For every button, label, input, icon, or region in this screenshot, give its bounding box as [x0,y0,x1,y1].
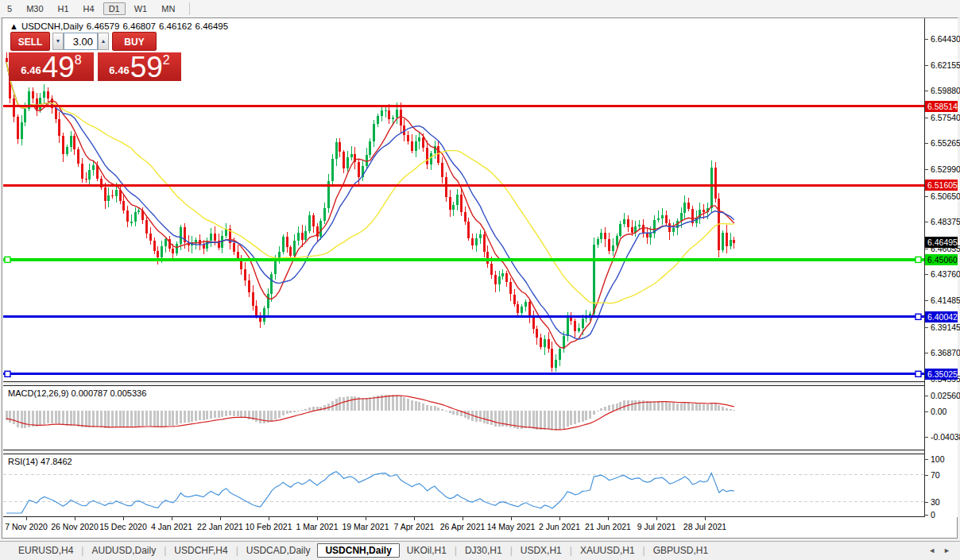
ohlc-low: 6.46162 [159,21,192,31]
date-tick-mark [656,517,657,520]
hline-6.51605[interactable] [3,184,924,187]
volume-input[interactable] [64,33,98,50]
date-label: 26 Apr 2021 [440,522,486,531]
price-tick-mark [925,274,928,275]
tab-scroll-right-icon[interactable]: ► [943,546,950,554]
price-tick-mark [925,249,928,249]
price-tick-label: 6.50650 [931,191,960,201]
tab-scroll-arrows: ◄► [920,546,950,554]
price-tick-label: 6.59880 [931,86,960,95]
ohlc-open: 6.46579 [87,21,120,31]
sell-price-display[interactable]: 6.46 49 8 [9,52,94,81]
hline-handle-left[interactable] [5,371,10,377]
date-label: 19 Mar 2021 [343,522,389,531]
date-label: 15 Dec 2020 [99,522,147,531]
date-label: 10 Feb 2021 [246,522,292,531]
pane-splitter-2[interactable] [3,450,957,454]
buy-price-display[interactable]: 6.46 59 2 [98,52,181,81]
date-axis[interactable]: 7 Nov 202026 Nov 202015 Dec 20204 Jan 20… [3,517,957,536]
price-badge-support-1: 6.45060 [925,254,958,265]
date-label: 2 Jun 2021 [539,522,580,531]
timeframe-mn[interactable]: MN [156,2,180,15]
price-tick-mark [925,327,928,328]
buy-price-big: 59 [130,56,163,79]
tab-separator: | [570,545,572,556]
date-tick-mark [705,517,706,520]
price-tick-label: 6.48375 [931,217,960,226]
date-label: 7 Nov 2020 [5,522,48,531]
price-tick-label: 6.62155 [931,60,960,70]
tab-separator: | [455,545,457,556]
hline-6.40042[interactable] [3,315,924,318]
tab-usdx[interactable]: USDX,H1 [513,543,569,558]
timeframe-m30[interactable]: M30 [21,2,48,15]
timeframe-h4[interactable]: H4 [78,2,100,15]
tab-audusd[interactable]: AUDUSD,Daily [84,543,163,558]
date-label: 4 Jan 2021 [151,522,192,531]
date-label: 21 Jun 2021 [585,522,631,531]
tab-dj30[interactable]: DJ30,H1 [458,543,509,558]
price-badge-resistance-2: 6.51605 [925,180,958,191]
sell-price-big: 49 [42,56,75,79]
hline-handle-left[interactable] [5,257,10,262]
timeframe-5[interactable]: 5 [2,2,17,15]
hline-handle-right[interactable] [915,314,921,319]
hline-handle-right[interactable] [915,371,921,377]
price-tick-mark [925,353,928,353]
date-label: 1 Mar 2021 [296,522,338,531]
timeframe-h1[interactable]: H1 [52,2,75,15]
date-tick-mark [220,517,221,520]
date-label: 22 Jan 2021 [197,522,243,531]
tab-usdchf[interactable]: USDCHF,H4 [167,543,234,558]
hline-6.58514[interactable] [3,105,924,107]
tab-separator: | [164,545,166,556]
date-tick-mark [26,517,27,520]
timeframe-w1[interactable]: W1 [129,2,153,15]
chart-symbol-label: USDCNH,Daily [21,21,83,31]
timeframe-toolbar: 5M30H1H4D1W1MN [0,0,960,18]
price-tick-mark [925,39,928,40]
rsi-pane[interactable] [3,454,924,516]
hline-6.35025[interactable] [3,373,924,375]
rsi-tick-label: 100 [931,454,945,464]
tab-usdcnh[interactable]: USDCNH,Daily [317,543,399,558]
date-tick-mark [269,517,269,520]
sell-price-small: 6.46 [21,64,41,76]
tab-scroll-left-icon[interactable]: ◄ [928,546,935,554]
tab-separator: | [643,545,645,556]
rsi-line [6,472,734,513]
tab-eurusd[interactable]: EURUSD,H4 [11,543,80,558]
buy-price-small: 6.46 [109,64,129,76]
price-tick-mark [925,91,928,91]
moving-average-8 [6,62,734,348]
volume-decrease-button[interactable]: ▼ [52,33,64,50]
hline-6.45060[interactable] [3,258,924,261]
tab-xauusd[interactable]: XAUUSD,H1 [573,543,642,558]
volume-increase-button[interactable]: ▲ [98,33,109,50]
price-tick-label: 6.39145 [931,322,960,332]
date-label: 14 May 2021 [487,522,536,531]
timeframe-d1[interactable]: D1 [103,2,126,15]
price-tick-mark [925,169,928,170]
macd-tick-label: 0.025609 [931,391,960,400]
sell-button[interactable]: SELL [10,32,50,51]
price-badge-support-2: 6.40042 [925,311,958,322]
tab-gbpusd[interactable]: GBPUSD,H1 [646,543,715,558]
hline-handle-right[interactable] [915,257,921,262]
macd-tick-label: -0.040386 [931,432,960,442]
price-tick-mark [925,196,928,197]
rsi-tick-label: 30 [931,497,940,507]
tab-ukoil[interactable]: UKOil,H1 [400,543,454,558]
tab-usdcad[interactable]: USDCAD,Daily [239,543,318,558]
tab-separator: | [510,545,513,556]
one-click-trading-toggle-icon[interactable]: ▲ [10,21,18,31]
buy-button[interactable]: BUY [112,32,157,51]
date-tick-mark [317,517,318,520]
price-tick-label: 6.57540 [931,113,960,122]
date-tick-mark [123,517,124,520]
rsi-tick-mark [925,475,928,476]
ohlc-high: 6.46807 [122,21,156,31]
toolbar-separator [189,2,190,15]
pane-splitter-1[interactable] [3,381,957,386]
tab-separator: | [81,545,83,556]
